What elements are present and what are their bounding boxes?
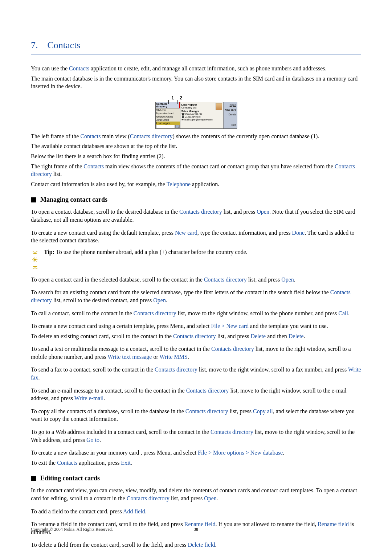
after-p2: The available contact databases are show… — [31, 142, 361, 150]
after-p3: Below the list there is a search box for… — [31, 152, 361, 160]
callout-2: 2 — [180, 95, 183, 100]
tip-row: ≍☀≍ Tip: To use the phone number abroad,… — [31, 248, 361, 271]
bullet-square-icon — [31, 476, 36, 481]
m-p4: To search for an existing contact card f… — [31, 288, 361, 304]
after-p4: The right frame of the Contacts main vie… — [31, 163, 361, 178]
m-p9: To send a fax to a contact, scroll to th… — [31, 366, 361, 381]
chapter-rule — [31, 54, 361, 54]
softkey-exit: Exit — [224, 123, 237, 128]
search-row: 🔍 — [156, 125, 180, 128]
section-title: Managing contact cards — [40, 196, 107, 204]
softkey-open: Open — [224, 103, 237, 108]
callout-1: 1 — [172, 95, 174, 100]
e-p1: In the contact card view, you can create… — [31, 487, 361, 502]
after-p5: Contact card information is also used by… — [31, 180, 361, 188]
list-item: John Smith — [156, 118, 180, 122]
search-box — [156, 125, 175, 128]
footer: Copyright © 2004 Nokia. All Rights Reser… — [31, 527, 361, 532]
contact-role: Sales Manager — [181, 110, 222, 112]
chapter-number: 7. — [31, 40, 38, 50]
intro-p2: The main contact database is in the comm… — [31, 75, 361, 90]
m-p11: To copy all the contacts of a database, … — [31, 407, 361, 423]
e-p2: To add a field to the contact card, pres… — [31, 508, 361, 516]
m-p14: To exit the Contacts application, press … — [31, 459, 361, 467]
m-p1: To open a contact database, scroll to th… — [31, 208, 361, 223]
m-p6: To create a new contact card using a cer… — [31, 322, 361, 330]
contact-row: 📱 012312345678 — [181, 115, 222, 118]
chapter-name: Contacts — [48, 40, 81, 50]
left-pane: Contacts directory SIM card My contact c… — [156, 102, 180, 128]
contact-row: ☎ 0123123456789 — [181, 112, 222, 115]
section-editing: Editing contact cards — [31, 475, 361, 482]
softkey-delete: Delete — [224, 112, 237, 117]
m-p8: To send a text or multimedia message to … — [31, 345, 361, 361]
m-p5: To call a contact, scroll to the contact… — [31, 309, 361, 317]
softkey-pane: Open New card Delete Exit — [223, 102, 237, 128]
search-icon: 🔍 — [175, 125, 180, 128]
list-item: SIM card — [156, 108, 180, 112]
m-p3: To open a contact card in the selected d… — [31, 276, 361, 284]
section-managing: Managing contact cards — [31, 196, 361, 204]
m-p10: To send an e-mail message to a contact, … — [31, 387, 361, 402]
m-p2: To create a new contact card using the d… — [31, 229, 361, 245]
detail-pane: Lisa Hopper Company Ltd. Sales Manager ☎… — [180, 102, 223, 128]
contact-photo — [216, 103, 222, 110]
m-p7: To delete an existing contact card, scro… — [31, 332, 361, 340]
list-item-selected: Lisa Hopper — [156, 122, 180, 125]
section-title: Editing contact cards — [40, 475, 100, 482]
m-p12: To go to a Web address included in a con… — [31, 428, 361, 444]
link-contacts: Contacts — [69, 65, 89, 71]
copyright: Copyright © 2004 Nokia. All Rights Reser… — [31, 527, 113, 532]
phone-frame: Contacts directory SIM card My contact c… — [155, 102, 237, 129]
softkey-new-card: New card — [224, 108, 237, 112]
figure: 1 2 Contacts directory SIM card My conta… — [155, 95, 237, 129]
intro-p1: You can use the Contacts application to … — [31, 65, 361, 73]
after-p1: The left frame of the Contacts main view… — [31, 132, 361, 140]
chapter-title: 7. Contacts — [31, 40, 361, 51]
list-item: My contact card — [156, 112, 180, 115]
m-p13: To create a new database in your memory … — [31, 449, 361, 457]
list-item: George Adkins — [156, 115, 180, 118]
contact-row: ✉ lisa.hopper@company.com — [181, 118, 222, 121]
tip-icon: ≍☀≍ — [31, 248, 39, 271]
bullet-square-icon — [31, 197, 36, 202]
page-number: 38 — [194, 527, 198, 532]
left-header: Contacts directory — [156, 102, 180, 108]
figure-wrap: 1 2 Contacts directory SIM card My conta… — [31, 95, 361, 129]
tip-text: Tip: To use the phone number abroad, add… — [44, 248, 248, 256]
e-p4: To delete a field from the contact card,… — [31, 541, 361, 549]
